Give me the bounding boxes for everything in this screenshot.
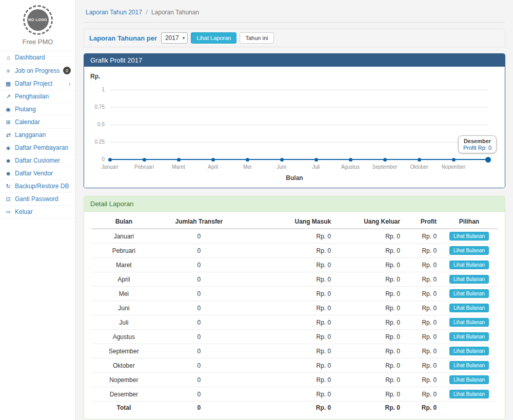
- chart-point-juni[interactable]: [280, 158, 284, 162]
- sidebar-item-label: Daftar Project: [15, 80, 52, 87]
- sidebar-item-calendar[interactable]: ⊞Calendar: [0, 116, 75, 129]
- table-row: Desember0Rp. 0Rp. 0Rp. 0Lihat Bulanan: [91, 387, 498, 402]
- cell-profit: Rp. 0: [404, 344, 441, 358]
- sidebar-item-label: Job on Progress: [15, 67, 60, 74]
- cell-uang-keluar: Rp. 0: [335, 315, 404, 330]
- detail-panel: Detail Laporan BulanJumlah TransferUang …: [84, 196, 505, 419]
- sidebar-item-daftar-project[interactable]: ▦Daftar Project‹: [0, 77, 75, 90]
- cell-bulan: Oktober: [91, 358, 156, 373]
- cell-profit: Rp. 0: [404, 330, 441, 344]
- lihat-bulanan-button[interactable]: Lihat Bulanan: [449, 275, 489, 284]
- sidebar-item-label: Piutang: [15, 106, 36, 113]
- chart-point-pebruari[interactable]: [143, 158, 146, 162]
- sidebar-item-langganan[interactable]: ⇄Langganan: [0, 129, 75, 142]
- lihat-bulanan-button[interactable]: Lihat Bulanan: [449, 261, 489, 269]
- cell-uang-keluar: Rp. 0: [335, 330, 404, 344]
- column-header-pilihan: Pilihan: [441, 215, 498, 229]
- chart-point-desember[interactable]: [485, 157, 491, 163]
- lihat-bulanan-button[interactable]: Lihat Bulanan: [449, 347, 489, 355]
- cell-uang-masuk: Rp. 0: [242, 301, 335, 315]
- lihat-bulanan-button[interactable]: Lihat Bulanan: [449, 318, 489, 327]
- filter-label: Laporan Tahunan per: [89, 34, 157, 42]
- sidebar-item-piutang[interactable]: ◉Piutang: [0, 103, 75, 116]
- sidebar-item-daftar-customer[interactable]: ☻Daftar Customer: [0, 154, 75, 167]
- cell-bulan: April: [91, 272, 156, 287]
- chart-point-september[interactable]: [383, 158, 387, 162]
- chart-point-januari[interactable]: [108, 158, 112, 162]
- sidebar-item-daftar-pembayaran[interactable]: ◈Daftar Pembayaran: [0, 142, 75, 154]
- lihat-bulanan-button[interactable]: Lihat Bulanan: [449, 375, 489, 384]
- table-row: Maret0Rp. 0Rp. 0Rp. 0Lihat Bulanan: [91, 258, 498, 272]
- table-icon: ▦: [5, 81, 12, 87]
- calendar-icon: ⊞: [5, 119, 12, 126]
- cell-profit: Rp. 0: [404, 315, 441, 330]
- tahun-ini-button[interactable]: Tahun ini: [240, 32, 273, 44]
- sidebar-item-job-on-progress[interactable]: ≡Job on Progress0: [0, 64, 75, 77]
- cell-pilihan: Lihat Bulanan: [441, 258, 498, 272]
- cell-pilihan: Lihat Bulanan: [441, 315, 498, 330]
- sidebar-item-keluar[interactable]: ⇨Keluar: [0, 206, 75, 218]
- cell-jumlah-transfer: 0: [156, 315, 242, 330]
- logo-section: NO LOGO Free PMO: [0, 0, 75, 51]
- report-table: BulanJumlah TransferUang MasukUang Kelua…: [91, 215, 498, 414]
- cell-uang-keluar: Rp. 0: [335, 287, 404, 301]
- breadcrumb-separator: /: [146, 9, 147, 16]
- cell-pilihan: Lihat Bulanan: [441, 387, 498, 402]
- sidebar-item-ganti-password[interactable]: ⊡Ganti Password: [0, 193, 75, 206]
- cell-pilihan: Lihat Bulanan: [441, 301, 498, 315]
- cell-bulan: September: [91, 344, 156, 358]
- breadcrumb-current: Laporan Tahunan: [151, 9, 199, 16]
- cell-uang-keluar: Rp. 0: [335, 272, 404, 287]
- year-select-value: 2017: [165, 34, 179, 42]
- cell-bulan: Maret: [91, 258, 156, 272]
- table-row: Mei0Rp. 0Rp. 0Rp. 0Lihat Bulanan: [91, 287, 498, 301]
- chart-point-april[interactable]: [211, 158, 215, 162]
- y-axis-tick: 0.75: [84, 104, 105, 110]
- cell-uang-masuk: Rp. 0: [242, 258, 335, 272]
- sidebar-item-daftar-vendor[interactable]: ☻Daftar Vendor: [0, 167, 75, 180]
- sidebar-menu: ⌂Dashboard≡Job on Progress0▦Daftar Proje…: [0, 51, 75, 218]
- chart-panel: Grafik Profit 2017 Rp. Bulan Desember Pr…: [84, 53, 505, 188]
- chart-point-nopember[interactable]: [452, 158, 456, 162]
- cell-bulan: Juni: [91, 301, 156, 315]
- column-header-uang-masuk: Uang Masuk: [242, 215, 335, 229]
- chart-point-oktober[interactable]: [418, 158, 421, 162]
- sidebar-item-backup-restore-db[interactable]: ↻Backup/Restore DB: [0, 180, 75, 193]
- cell-jumlah-transfer: 0: [156, 272, 242, 287]
- chart-point-maret[interactable]: [177, 158, 181, 162]
- lihat-bulanan-button[interactable]: Lihat Bulanan: [449, 390, 489, 398]
- chart-point-juli[interactable]: [314, 158, 318, 162]
- cell-bulan: Desember: [91, 387, 156, 402]
- lihat-bulanan-button[interactable]: Lihat Bulanan: [449, 304, 489, 312]
- table-row: Januari0Rp. 0Rp. 0Rp. 0Lihat Bulanan: [91, 229, 498, 244]
- cell-pilihan: Lihat Bulanan: [441, 272, 498, 287]
- cell-profit: Rp. 0: [404, 301, 441, 315]
- cell-bulan: Mei: [91, 287, 156, 301]
- breadcrumb-link-laporan-tahun[interactable]: Laporan Tahun 2017: [86, 9, 142, 16]
- lihat-laporan-button[interactable]: Lihat Laporan: [191, 32, 236, 44]
- refresh-icon: ↻: [5, 183, 12, 190]
- lihat-bulanan-button[interactable]: Lihat Bulanan: [449, 332, 489, 341]
- cell-total-uang-masuk: Rp. 0: [242, 402, 335, 414]
- lihat-bulanan-button[interactable]: Lihat Bulanan: [449, 232, 489, 241]
- year-select[interactable]: 2017 ▾: [161, 32, 188, 44]
- gridline: [110, 125, 488, 125]
- sidebar-item-label: Keluar: [15, 208, 33, 215]
- cell-uang-keluar: Rp. 0: [335, 258, 404, 272]
- profit-chart: Rp. Bulan Desember Profit Rp: 0 10.750.5…: [84, 67, 505, 188]
- cell-jumlah-transfer: 0: [156, 373, 242, 387]
- cell-bulan: Juli: [91, 315, 156, 330]
- chart-point-agustus[interactable]: [349, 158, 352, 162]
- lihat-bulanan-button[interactable]: Lihat Bulanan: [449, 246, 489, 255]
- lihat-bulanan-button[interactable]: Lihat Bulanan: [449, 289, 489, 298]
- chart-point-mei[interactable]: [246, 158, 249, 162]
- cell-jumlah-transfer: 0: [156, 229, 242, 244]
- cell-uang-keluar: Rp. 0: [335, 387, 404, 402]
- cell-pilihan: Lihat Bulanan: [441, 373, 498, 387]
- cell-uang-masuk: Rp. 0: [242, 358, 335, 373]
- lihat-bulanan-button[interactable]: Lihat Bulanan: [449, 361, 489, 370]
- cell-jumlah-transfer: 0: [156, 258, 242, 272]
- chart-tooltip-title: Desember: [463, 138, 491, 144]
- sidebar-item-penghasilan[interactable]: ↗Penghasilan: [0, 90, 75, 103]
- sidebar-item-dashboard[interactable]: ⌂Dashboard: [0, 51, 75, 64]
